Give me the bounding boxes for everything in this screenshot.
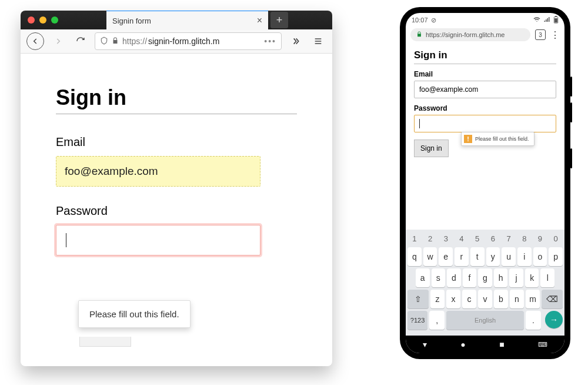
key-shift[interactable]: ⇧ — [407, 290, 429, 308]
nav-home-icon[interactable]: ● — [460, 340, 465, 349]
password-input[interactable] — [56, 225, 260, 255]
key-r[interactable]: r — [455, 247, 469, 266]
key-k[interactable]: k — [525, 268, 539, 287]
desktop-browser-window: Signin form × + https:// signin-form.gli… — [21, 11, 332, 366]
svg-rect-1 — [555, 16, 557, 17]
key-1[interactable]: 1 — [407, 232, 422, 245]
volume-up-button[interactable] — [570, 77, 572, 97]
key-u[interactable]: u — [502, 247, 516, 266]
key-o[interactable]: o — [533, 247, 547, 266]
mobile-email-value: foo@example.com — [419, 85, 478, 94]
key-comma[interactable]: , — [429, 311, 445, 330]
key-p[interactable]: p — [549, 247, 563, 266]
key-w[interactable]: w — [423, 247, 437, 266]
tracking-shield-icon[interactable] — [100, 36, 108, 47]
nav-recent-icon[interactable]: ■ — [499, 340, 504, 349]
kebab-menu-icon[interactable]: ⋮ — [550, 29, 560, 41]
mobile-heading-rule — [414, 64, 556, 64]
back-button[interactable] — [26, 32, 44, 50]
key-q[interactable]: q — [407, 247, 422, 266]
key-e[interactable]: e — [439, 247, 453, 266]
close-tab-icon[interactable]: × — [257, 15, 262, 26]
warning-icon: ! — [464, 135, 472, 143]
mobile-password-input[interactable] — [414, 115, 556, 132]
tab-count-button[interactable]: 3 — [535, 29, 546, 40]
key-space[interactable]: English — [446, 311, 523, 330]
page-actions-icon[interactable]: ••• — [264, 36, 276, 46]
phone-screen: 10:07 ⊘ https://signin-form.glitch.me 3 — [406, 13, 564, 353]
key-8[interactable]: 8 — [517, 232, 532, 245]
key-2[interactable]: 2 — [423, 232, 437, 245]
key-backspace[interactable]: ⌫ — [542, 290, 563, 308]
minimize-window-icon[interactable] — [39, 16, 46, 24]
key-j[interactable]: j — [509, 268, 523, 287]
maximize-window-icon[interactable] — [51, 16, 58, 24]
mobile-url: https://signin-form.glitch.me — [426, 31, 505, 38]
key-l[interactable]: l — [540, 268, 554, 287]
email-value: foo@example.com — [65, 165, 158, 178]
heading-rule — [56, 114, 297, 114]
key-5[interactable]: 5 — [470, 232, 485, 245]
key-6[interactable]: 6 — [486, 232, 500, 245]
lock-icon[interactable] — [112, 36, 119, 46]
soft-keyboard: 1234567890 qwertyuiop asdfghjkl ⇧zxcvbnm… — [406, 230, 564, 336]
key-t[interactable]: t — [470, 247, 485, 266]
nav-keyboard-icon[interactable]: ⌨ — [538, 341, 547, 349]
overflow-chevron-icon[interactable] — [288, 33, 304, 49]
close-window-icon[interactable] — [28, 16, 35, 24]
text-caret-icon — [66, 233, 66, 247]
email-input[interactable]: foo@example.com — [56, 156, 260, 187]
email-label: Email — [56, 135, 297, 149]
key-3[interactable]: 3 — [439, 232, 453, 245]
hamburger-menu-icon[interactable] — [310, 33, 326, 49]
key-z[interactable]: z — [430, 290, 445, 308]
key-7[interactable]: 7 — [502, 232, 516, 245]
key-4[interactable]: 4 — [455, 232, 469, 245]
nav-back-icon[interactable]: ▾ — [423, 340, 427, 349]
key-c[interactable]: c — [462, 290, 476, 308]
key-n[interactable]: n — [510, 290, 524, 308]
page-heading: Sign in — [56, 85, 297, 110]
key-symbols[interactable]: ?123 — [407, 311, 427, 330]
key-0[interactable]: 0 — [549, 232, 563, 245]
key-h[interactable]: h — [494, 268, 508, 287]
mobile-signin-button[interactable]: Sign in — [414, 140, 449, 157]
reload-button[interactable] — [72, 33, 89, 49]
mobile-email-input[interactable]: foo@example.com — [414, 81, 556, 98]
key-a[interactable]: a — [416, 268, 430, 287]
volume-down-button[interactable] — [570, 102, 572, 122]
mobile-signin-label: Sign in — [420, 144, 442, 152]
forward-button[interactable] — [50, 33, 66, 49]
window-controls — [21, 16, 65, 24]
key-i[interactable]: i — [517, 247, 532, 266]
status-bar: 10:07 ⊘ — [406, 13, 564, 26]
mobile-address-bar[interactable]: https://signin-form.glitch.me — [410, 28, 530, 41]
new-tab-button[interactable]: + — [270, 12, 288, 28]
address-bar[interactable]: https:// signin-form.glitch.m ••• — [95, 32, 282, 50]
submit-button-ghost[interactable] — [79, 337, 131, 347]
url-host: signin-form.glitch.m — [148, 36, 219, 46]
url-scheme: https:// — [122, 36, 147, 46]
mobile-validation-text: Please fill out this field. — [475, 136, 529, 142]
key-v[interactable]: v — [478, 290, 492, 308]
mobile-password-label: Password — [414, 104, 556, 112]
android-nav-bar: ▾ ● ■ ⌨ — [406, 336, 564, 353]
power-button[interactable] — [570, 148, 572, 168]
key-go[interactable]: → — [545, 311, 563, 328]
browser-tab[interactable]: Signin form × — [106, 11, 268, 30]
key-f[interactable]: f — [463, 268, 477, 287]
key-9[interactable]: 9 — [533, 232, 547, 245]
key-x[interactable]: x — [446, 290, 460, 308]
key-m[interactable]: m — [526, 290, 540, 308]
do-not-disturb-icon: ⊘ — [431, 16, 436, 24]
key-s[interactable]: s — [432, 268, 446, 287]
key-y[interactable]: y — [486, 247, 500, 266]
key-b[interactable]: b — [494, 290, 508, 308]
status-time: 10:07 — [412, 16, 428, 24]
key-g[interactable]: g — [478, 268, 492, 287]
mobile-validation-tooltip: ! Please fill out this field. — [461, 132, 534, 146]
key-d[interactable]: d — [447, 268, 461, 287]
mobile-email-label: Email — [414, 70, 556, 78]
lock-icon — [416, 31, 422, 38]
key-period[interactable]: . — [526, 311, 541, 330]
